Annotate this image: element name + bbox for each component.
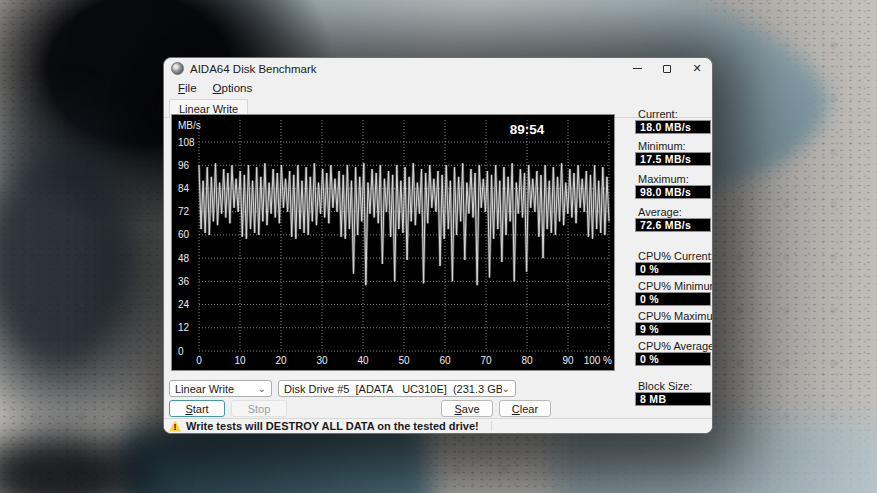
x-tick-label: 70 [480,355,492,366]
y-tick-label: 108 [178,137,195,148]
benchmark-chart: 01224364860728496108MB/s0102030405060708… [171,114,615,371]
minimize-icon [633,68,642,69]
x-tick-label: 80 [521,355,533,366]
stat-label: Maximum: [638,173,689,185]
y-tick-label: 72 [178,206,190,217]
title-bar[interactable]: AIDA64 Disk Benchmark ✕ [164,58,712,79]
stat-value: 98.0 MB/s [635,185,711,199]
x-tick-label: 10 [234,355,246,366]
aida64-app-icon [171,62,184,75]
x-tick-label: 60 [439,355,451,366]
window-title: AIDA64 Disk Benchmark [190,63,317,75]
y-tick-label: 60 [178,229,190,240]
stat-label: CPU% Minimum: [638,280,713,292]
y-tick-label: 0 [178,346,184,357]
x-tick-label: 30 [316,355,328,366]
y-axis-unit-label: MB/s [178,120,201,131]
chevron-down-icon: ⌄ [502,386,510,392]
y-tick-label: 12 [178,322,190,333]
drive-select[interactable]: Disk Drive #5 [ADATA UC310E] (231.3 GB) … [278,380,516,397]
drive-selected-value: Disk Drive #5 [ADATA UC310E] (231.3 GB) [284,383,502,395]
y-tick-label: 36 [178,276,190,287]
y-tick-label: 24 [178,299,190,310]
stat-label: Average: [638,206,682,218]
stat-value: 72.6 MB/s [635,218,711,232]
stat-value: 18.0 MB/s [635,120,711,134]
stat-label: Block Size: [638,380,692,392]
stat-value: 8 MB [635,392,711,406]
x-tick-label: 100 % [584,355,612,366]
x-tick-label: 20 [275,355,287,366]
stat-label: Current: [638,108,678,120]
clear-button[interactable]: Clear [499,400,551,417]
x-tick-label: 50 [398,355,410,366]
y-tick-label: 96 [178,160,190,171]
stat-label: CPU% Current: [638,250,713,262]
y-tick-label: 84 [178,183,190,194]
stat-value: 9 % [635,322,711,336]
close-button[interactable]: ✕ [682,58,712,79]
warning-message: Write tests will DESTROY ALL DATA on the… [186,420,479,432]
maximize-button[interactable] [652,58,682,79]
test-type-select[interactable]: Linear Write ⌄ [169,380,272,397]
x-tick-label: 40 [357,355,369,366]
elapsed-time-annotation: 89:54 [510,122,545,137]
test-type-selected-value: Linear Write [175,383,234,395]
status-bar-divider [491,421,492,431]
menu-options[interactable]: Options [207,81,259,95]
stat-value: 0 % [635,352,711,366]
stat-label: CPU% Average: [638,340,713,352]
stat-value: 0 % [635,262,711,276]
x-tick-label: 0 [196,355,202,366]
start-button[interactable]: Start [169,400,225,417]
status-bar: Write tests will DESTROY ALL DATA on the… [164,418,712,433]
stat-value: 0 % [635,292,711,306]
minimize-button[interactable] [622,58,652,79]
chevron-down-icon: ⌄ [258,386,266,392]
close-icon: ✕ [692,63,701,74]
warning-icon [169,421,181,432]
maximize-icon [663,65,671,73]
stat-label: Minimum: [638,140,686,152]
stat-label: CPU% Maximum: [638,310,713,322]
stop-button[interactable]: Stop [231,400,287,417]
menu-file[interactable]: File [172,81,203,95]
aida64-disk-benchmark-window: AIDA64 Disk Benchmark ✕ File Options Lin… [163,57,713,434]
menu-bar: File Options [164,79,712,96]
chart-svg: 01224364860728496108MB/s0102030405060708… [172,115,614,370]
stat-value: 17.5 MB/s [635,152,711,166]
x-tick-label: 90 [562,355,574,366]
save-button[interactable]: Save [441,400,493,417]
y-tick-label: 48 [178,253,190,264]
